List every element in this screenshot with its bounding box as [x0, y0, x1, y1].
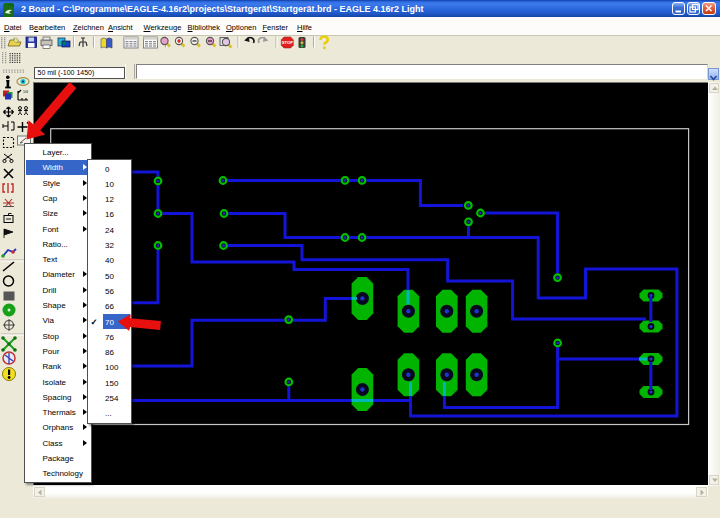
svg-text:50: 50	[23, 89, 29, 94]
svg-text:STOP: STOP	[282, 40, 294, 45]
